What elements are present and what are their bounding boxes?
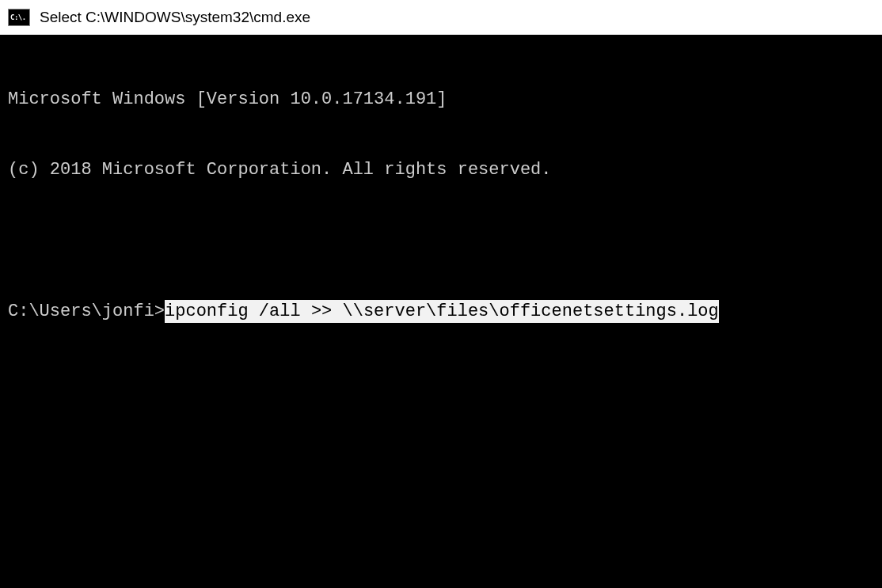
window-titlebar[interactable]: C:\. Select C:\WINDOWS\system32\cmd.exe [0, 0, 882, 35]
cmd-window: C:\. Select C:\WINDOWS\system32\cmd.exe … [0, 0, 882, 588]
terminal-output[interactable]: Microsoft Windows [Version 10.0.17134.19… [0, 35, 882, 588]
cmd-icon-label: C:\. [10, 13, 26, 21]
terminal-blank-line [8, 230, 874, 253]
terminal-copyright-line: (c) 2018 Microsoft Corporation. All righ… [8, 158, 874, 182]
terminal-prompt-line: C:\Users\jonfi>ipconfig /all >> \\server… [8, 300, 874, 324]
window-title: Select C:\WINDOWS\system32\cmd.exe [40, 9, 310, 26]
terminal-version-line: Microsoft Windows [Version 10.0.17134.19… [8, 88, 874, 112]
terminal-prompt: C:\Users\jonfi> [8, 300, 165, 324]
terminal-command-selected[interactable]: ipconfig /all >> \\server\files\officene… [165, 300, 719, 324]
cmd-icon: C:\. [8, 9, 30, 26]
